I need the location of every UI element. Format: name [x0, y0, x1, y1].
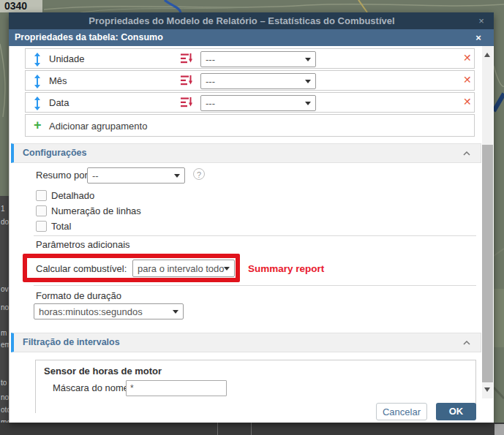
table-properties-title: Propriedades da tabela: Consumo — [15, 29, 163, 46]
column-divider — [217, 423, 218, 435]
annotation-summary-report: Summary report — [248, 263, 324, 274]
clipped-text: do — [1, 218, 9, 226]
scrollbar[interactable] — [482, 46, 493, 398]
move-updown-icon[interactable] — [34, 75, 41, 91]
engine-hours-title: Sensor de horas de motor — [44, 366, 162, 377]
dialog-body: Unidade --- ✕ Mês — [9, 46, 494, 423]
calc-fuel-label: Calcular combustível: — [36, 263, 127, 274]
close-icon[interactable]: × — [474, 12, 489, 29]
scroll-thumb[interactable] — [482, 145, 493, 382]
map-label: 0340 — [4, 0, 27, 12]
summary-by-label: Resumo por: — [36, 170, 90, 181]
name-mask-input[interactable] — [126, 380, 227, 396]
report-template-title: Propriedades do Modelo de Relatório – Es… — [9, 12, 475, 29]
column-divider — [251, 423, 252, 435]
checkbox-row-numbering[interactable] — [36, 205, 47, 216]
additional-params-title: Parâmetros adicionais — [36, 239, 130, 250]
scroll-down-icon[interactable] — [484, 387, 490, 392]
grouping-label: Mês — [49, 75, 67, 86]
move-updown-icon[interactable] — [34, 53, 41, 69]
panel-corner — [494, 424, 504, 435]
grouping-row: Mês --- ✕ — [25, 70, 475, 91]
grouping-select-value: --- — [206, 98, 215, 109]
chevron-down-icon — [224, 267, 230, 271]
checkbox-detailed-label: Detalhado — [51, 190, 94, 201]
add-grouping-button[interactable]: + Adicionar agrupamento — [25, 114, 475, 137]
background-bottom-panel — [0, 423, 504, 435]
clipped-text: ovi — [1, 285, 9, 293]
divider — [34, 235, 476, 236]
chevron-up-icon — [463, 341, 470, 345]
checkbox-detailed[interactable] — [36, 190, 47, 201]
move-updown-icon[interactable] — [34, 97, 41, 113]
chevron-down-icon — [305, 80, 311, 83]
clipped-text: oto — [1, 406, 9, 414]
grouping-select[interactable]: --- — [200, 73, 316, 89]
chevron-down-icon — [305, 102, 311, 105]
settings-section-header[interactable]: Configurações — [11, 143, 481, 163]
remove-grouping-icon[interactable]: ✕ — [463, 74, 472, 86]
name-mask-label: Máscara do nome — [53, 382, 129, 393]
checkbox-row-numbering-label: Numeração de linhas — [51, 205, 141, 216]
grouping-row: Unidade --- ✕ — [25, 48, 475, 69]
grouping-select-value: --- — [206, 54, 215, 65]
divider — [34, 285, 476, 286]
add-grouping-label: Adicionar agrupamento — [49, 121, 147, 132]
calc-fuel-select[interactable]: para o intervalo todo — [132, 260, 235, 277]
sort-icon[interactable] — [181, 53, 193, 67]
chevron-down-icon — [174, 174, 180, 178]
checkbox-total-label: Total — [51, 221, 71, 232]
help-icon[interactable]: ? — [193, 168, 205, 180]
duration-format-select[interactable]: horas:minutos:segundos — [34, 303, 184, 319]
remove-grouping-icon[interactable]: ✕ — [463, 52, 472, 64]
chevron-down-icon — [305, 58, 311, 61]
plus-icon: + — [34, 118, 42, 133]
clipped-text: em — [1, 341, 9, 349]
sort-icon[interactable] — [181, 97, 193, 111]
ok-button[interactable]: OK — [436, 403, 476, 420]
clipped-text: 1 — [1, 205, 5, 213]
interval-filtering-title: Filtração de intervalos — [23, 333, 120, 352]
grouping-label: Unidade — [49, 53, 84, 64]
cancel-button[interactable]: Cancelar — [376, 403, 427, 420]
grouping-select[interactable]: --- — [200, 51, 316, 67]
chevron-down-icon — [173, 310, 178, 314]
remove-grouping-icon[interactable]: ✕ — [463, 96, 472, 107]
background-left-panel: 1 do ovi no m r em to not oto mot — [0, 196, 9, 435]
duration-format-value: horas:minutos:segundos — [39, 306, 143, 317]
summary-by-value: -- — [92, 170, 99, 181]
grouping-row: Data --- ✕ — [25, 92, 475, 113]
grouping-select-value: --- — [206, 76, 215, 87]
chevron-up-icon — [463, 151, 470, 156]
clipped-text: not — [1, 393, 9, 401]
table-close-icon[interactable]: × — [471, 29, 486, 46]
table-properties-titlebar[interactable]: Propriedades da tabela: Consumo × — [9, 29, 494, 46]
clipped-text: m r — [1, 329, 9, 337]
settings-section-title: Configurações — [23, 144, 87, 162]
summary-by-select[interactable]: -- — [87, 167, 185, 184]
grouping-label: Data — [49, 97, 69, 108]
interval-filtering-section-header[interactable]: Filtração de intervalos — [11, 333, 481, 352]
duration-format-label: Formato de duração — [36, 290, 121, 301]
checkbox-total[interactable] — [36, 221, 47, 232]
sort-icon[interactable] — [181, 75, 193, 89]
report-template-dialog: Propriedades do Modelo de Relatório – Es… — [9, 12, 494, 423]
grouping-select[interactable]: --- — [200, 95, 316, 111]
scroll-up-icon[interactable] — [484, 53, 490, 57]
clipped-text: no — [1, 303, 9, 311]
report-template-titlebar[interactable]: Propriedades do Modelo de Relatório – Es… — [9, 12, 494, 29]
calc-fuel-value: para o intervalo todo — [138, 263, 225, 274]
clipped-text: to — [1, 379, 7, 387]
